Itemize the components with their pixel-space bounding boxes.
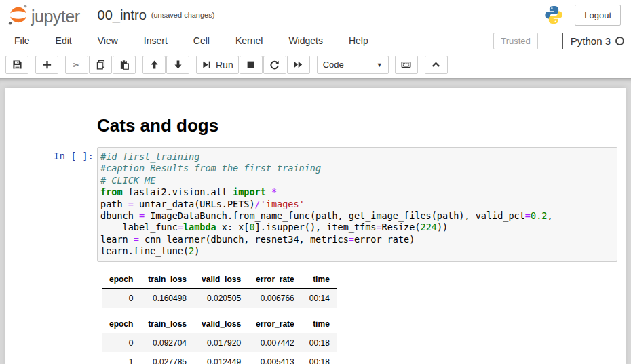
save-button[interactable] — [5, 56, 28, 74]
copy-icon — [96, 60, 106, 70]
column-header: train_loss — [140, 315, 194, 333]
table-cell: 0.020505 — [194, 288, 248, 308]
code-line: #caption Results from the first training — [100, 163, 614, 174]
table-row: 10.0277850.0124490.00541300:18 — [102, 352, 337, 364]
table-cell: 0.007442 — [248, 333, 302, 352]
move-cell-down-button[interactable] — [166, 56, 189, 74]
cell-type-value: Code — [323, 60, 344, 70]
column-header: error_rate — [248, 315, 302, 333]
paste-cells-button[interactable] — [113, 56, 136, 74]
table-cell: 00:18 — [302, 333, 337, 352]
menu-kernel[interactable]: Kernel — [223, 30, 275, 52]
input-prompt: In [ ]: — [5, 147, 97, 262]
column-header: epoch — [102, 270, 140, 289]
code-line: learn.fine_tune(2) — [100, 245, 614, 257]
table-cell: 0.027785 — [140, 352, 194, 364]
move-up-icon — [149, 60, 159, 70]
jupyter-logo[interactable]: jupyter — [7, 3, 80, 26]
chevron-down-icon: ▼ — [377, 62, 383, 68]
code-editor[interactable]: #id first_training#caption Results from … — [100, 151, 614, 258]
code-line: path = untar_data(URLs.PETS)/'images' — [100, 199, 614, 210]
code-line: # CLICK ME — [100, 175, 614, 186]
table-row: 00.0927040.0179200.00744200:18 — [102, 333, 337, 352]
run-cell-button[interactable]: Run — [196, 56, 239, 74]
menubar-divider — [562, 33, 563, 49]
cut-cells-button[interactable]: ✂ — [65, 56, 88, 74]
table-row: 00.1604980.0205050.00676600:14 — [102, 288, 337, 308]
restart-kernel-button[interactable] — [263, 56, 286, 74]
markdown-cell[interactable]: Cats and dogs — [5, 98, 626, 147]
fast-forward-icon — [293, 60, 303, 70]
code-line: learn = cnn_learner(dbunch, resnet34, me… — [100, 234, 614, 245]
restart-icon — [269, 60, 280, 70]
markdown-prompt-spacer — [5, 98, 97, 147]
column-header: time — [302, 315, 337, 333]
table-cell: 0 — [102, 333, 140, 352]
column-header: epoch — [102, 315, 140, 333]
code-input-area[interactable]: #id first_training#caption Results from … — [97, 147, 617, 262]
code-line: #id first_training — [100, 151, 614, 163]
column-header: error_rate — [248, 270, 302, 289]
keyboard-icon — [401, 60, 411, 70]
table-cell: 0 — [102, 288, 140, 308]
training-results-output: epochtrain_lossvalid_losserror_ratetime0… — [102, 270, 626, 308]
code-cell[interactable]: In [ ]: #id first_training#caption Resul… — [5, 147, 626, 262]
toolbar: ✂ Run Code ▼ — [0, 52, 631, 78]
table-cell: 0.092704 — [140, 333, 194, 352]
logout-button[interactable]: Logout — [575, 5, 621, 26]
menu-edit[interactable]: Edit — [43, 30, 85, 52]
notebook-header: jupyter 00_intro (unsaved changes) Logou… — [0, 0, 631, 30]
training-results-output: epochtrain_lossvalid_losserror_ratetime0… — [102, 315, 626, 364]
restart-run-all-button[interactable] — [287, 56, 310, 74]
menu-cell[interactable]: Cell — [180, 30, 223, 52]
autosave-status: (unsaved changes) — [151, 11, 215, 19]
chevron-up-icon — [431, 60, 441, 70]
run-icon — [202, 60, 212, 70]
copy-cells-button[interactable] — [89, 56, 112, 74]
move-cell-up-button[interactable] — [142, 56, 166, 74]
stop-icon — [246, 60, 256, 70]
column-header: valid_loss — [194, 315, 248, 333]
table-cell: 0.006766 — [248, 288, 302, 308]
table-cell: 00:18 — [302, 352, 337, 364]
python-logo-icon — [543, 5, 564, 25]
column-header: valid_loss — [194, 270, 248, 289]
collapse-toolbar-button[interactable] — [425, 56, 448, 74]
table-cell: 0.005413 — [248, 352, 302, 364]
table-cell: 00:14 — [302, 288, 337, 308]
kernel-idle-icon — [615, 37, 624, 45]
menu-file[interactable]: File — [1, 30, 43, 52]
jupyter-logo-icon — [7, 3, 30, 26]
menu-insert[interactable]: Insert — [131, 30, 180, 52]
markdown-heading: Cats and dogs — [97, 115, 218, 136]
menu-view[interactable]: View — [85, 30, 131, 52]
cell-type-dropdown[interactable]: Code ▼ — [317, 56, 389, 74]
column-header: time — [302, 270, 337, 289]
interrupt-kernel-button[interactable] — [240, 56, 263, 74]
code-line: label_func=lambda x: x[0].isupper(), ite… — [100, 222, 614, 233]
output-area: epochtrain_lossvalid_losserror_ratetime0… — [5, 262, 626, 364]
training-results-table: epochtrain_lossvalid_losserror_ratetime0… — [102, 270, 337, 308]
notebook-title[interactable]: 00_intro — [98, 8, 147, 22]
output-tables: epochtrain_lossvalid_losserror_ratetime0… — [97, 262, 626, 364]
jupyter-logo-text: jupyter — [31, 8, 80, 26]
add-cell-icon — [42, 60, 52, 70]
save-icon — [12, 60, 22, 70]
table-cell: 1 — [102, 352, 140, 364]
insert-cell-button[interactable] — [35, 56, 58, 74]
table-cell: 0.160498 — [140, 288, 194, 308]
command-palette-button[interactable] — [395, 56, 418, 74]
menu-widgets[interactable]: Widgets — [275, 30, 336, 52]
output-prompt-spacer — [5, 262, 97, 364]
kernel-name: Python 3 — [571, 35, 611, 47]
column-header: train_loss — [140, 270, 194, 289]
trusted-badge[interactable]: Trusted — [493, 33, 538, 49]
move-down-icon — [173, 60, 183, 70]
menu-help[interactable]: Help — [336, 30, 381, 52]
code-line: dbunch = ImageDataBunch.from_name_func(p… — [100, 210, 614, 222]
menubar: FileEditViewInsertCellKernelWidgetsHelp … — [0, 30, 631, 52]
cut-icon: ✂ — [73, 60, 81, 70]
code-line: from fastai2.vision.all import * — [100, 186, 614, 198]
menu-items: FileEditViewInsertCellKernelWidgetsHelp — [1, 30, 381, 52]
paste-icon — [119, 60, 130, 70]
